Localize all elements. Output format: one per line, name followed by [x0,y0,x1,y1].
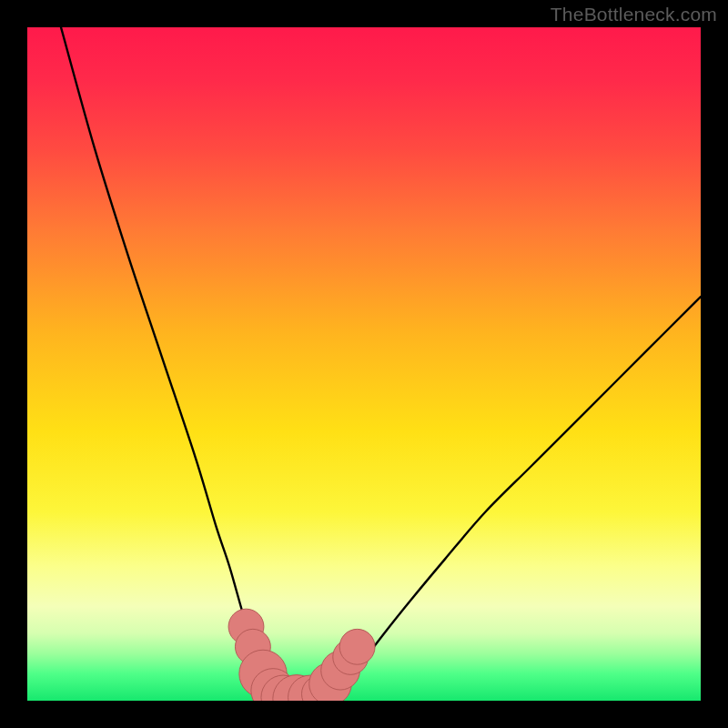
curve-layer [27,27,701,701]
marker-group [228,609,375,701]
chart-frame: TheBottleneck.com [0,0,728,728]
plot-area [27,27,701,701]
watermark-text: TheBottleneck.com [551,4,717,25]
curve-left-branch [61,27,283,701]
marker-point [339,629,375,664]
curve-right-branch [324,297,701,701]
